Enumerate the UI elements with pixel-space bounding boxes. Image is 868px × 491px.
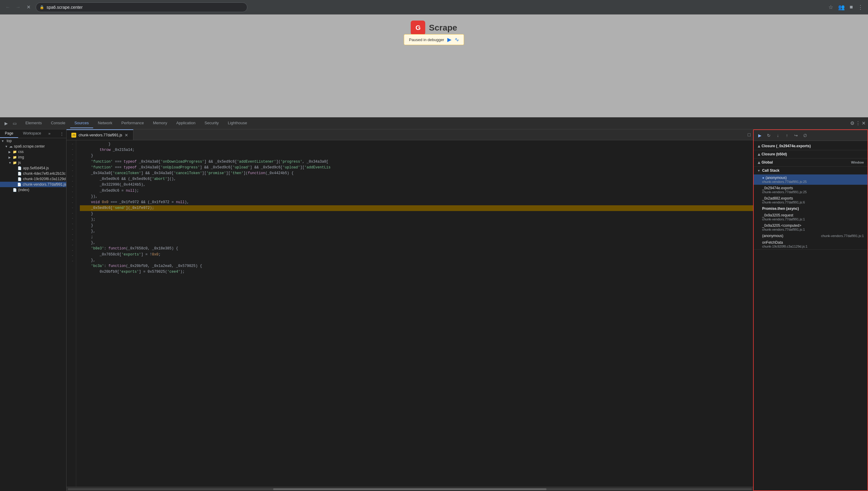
code-line: 'function' === typeof _0x34a3a0['onDownl… bbox=[80, 159, 753, 165]
code-editor[interactable]: ----- ----- ----- ----- --- } throw _0x2… bbox=[66, 140, 753, 487]
forward-button[interactable]: → bbox=[14, 3, 22, 11]
code-line: }), bbox=[80, 194, 753, 200]
logo-letter: G bbox=[416, 24, 421, 32]
menu-icon[interactable]: ⋮ bbox=[857, 3, 864, 12]
global-header[interactable]: ▶ Global Window bbox=[754, 158, 867, 166]
code-tab-close[interactable]: ✕ bbox=[124, 133, 128, 138]
browser-toolbar-right: ☆ 👥 ■ ⋮ bbox=[827, 3, 864, 12]
frame-row: _0x29474e.exports bbox=[762, 186, 864, 190]
settings-icon[interactable]: ⚙ bbox=[850, 120, 855, 126]
devtools-panel: ▶ ▭ Elements Console Sources Network Per… bbox=[0, 117, 868, 491]
step-btn[interactable]: ↪ bbox=[792, 132, 800, 139]
tree-label-chunk1: chunk-4dec7ef0.e4c2b13c bbox=[23, 171, 66, 176]
closure-b50d-label: Closure (b50d) bbox=[761, 152, 787, 156]
devtools-icons: ▶ ▭ bbox=[2, 120, 18, 127]
tree-item-top[interactable]: ▼ top bbox=[0, 138, 66, 144]
global-badge: Window bbox=[851, 161, 864, 164]
frame-row: _0x2ad882.exports bbox=[762, 196, 864, 200]
frame-name: onFetchData bbox=[762, 240, 783, 244]
code-line: } bbox=[80, 142, 753, 147]
line-numbers: ----- ----- ----- ----- --- bbox=[66, 140, 76, 487]
call-stack-frame-anonymous-1[interactable]: ●(anonymous) chunk-vendors.77daf991.js:2… bbox=[754, 174, 867, 185]
js-file-icon: JS bbox=[72, 133, 76, 138]
file-tree-menu-icon[interactable]: ⋮ bbox=[57, 132, 66, 136]
code-line: _0x322990(_0x4424b5), bbox=[80, 182, 753, 188]
tab-security[interactable]: Security bbox=[200, 118, 223, 128]
page-tab[interactable]: Page bbox=[0, 129, 18, 138]
resume-button[interactable]: ▶ bbox=[447, 36, 451, 43]
tree-item-js[interactable]: ▼ 📁 js bbox=[0, 160, 66, 165]
workspace-tab[interactable]: Workspace bbox=[18, 129, 46, 138]
code-line: ; bbox=[80, 234, 753, 240]
extension-icon[interactable]: ■ bbox=[848, 3, 854, 11]
call-stack-frame-async[interactable]: Promise.then (async) bbox=[754, 205, 867, 212]
tree-item-chunk1[interactable]: ▶ 📄 chunk-4dec7ef0.e4c2b13c bbox=[0, 171, 66, 176]
right-toolbar: ▶ ↻ ↓ ↑ ↪ ∅ bbox=[754, 130, 867, 141]
global-section: ▶ Global Window bbox=[754, 158, 867, 167]
tree-item-app[interactable]: ▶ 📄 app.5ef0d454.js bbox=[0, 165, 66, 171]
site-name: Scrape bbox=[429, 23, 457, 33]
code-line: ); bbox=[80, 217, 753, 223]
scrollbar-area[interactable] bbox=[66, 487, 753, 491]
closure-exports-header[interactable]: ▶ Closure (_0x29474e.exports) bbox=[754, 142, 867, 150]
tree-item-chunk-vendors[interactable]: ▶ 📄 chunk-vendors.77daf991.js bbox=[0, 182, 66, 187]
tab-performance[interactable]: Performance bbox=[117, 118, 148, 128]
code-tab-vendors[interactable]: JS chunk-vendors.77daf991.js ✕ bbox=[66, 129, 133, 140]
code-line: _0x5ed9c6 = null); bbox=[80, 188, 753, 194]
step-out-btn[interactable]: ↑ bbox=[783, 132, 790, 139]
tree-item-chunk2[interactable]: ▶ 📄 chunk-19c920f8.c3a1129d bbox=[0, 176, 66, 182]
code-tab-filename: chunk-vendors.77daf991.js bbox=[79, 133, 122, 137]
frame-loc: chunk-vendors.77daf991.js:1 bbox=[762, 228, 864, 231]
tab-application[interactable]: Application bbox=[172, 118, 200, 128]
frame-loc: chunk-vendors.77daf991.js:25 bbox=[762, 180, 864, 183]
call-stack-frame-computed[interactable]: _0x9a3205.<computed> chunk-vendors.77daf… bbox=[754, 222, 867, 232]
tree-item-css[interactable]: ▶ 📁 css bbox=[0, 149, 66, 154]
tab-lighthouse[interactable]: Lighthouse bbox=[224, 118, 251, 128]
star-icon[interactable]: ☆ bbox=[827, 3, 834, 12]
closure-b50d-header[interactable]: ▶ Closure (b50d) bbox=[754, 150, 867, 158]
tree-item-img[interactable]: ▶ 📁 img bbox=[0, 154, 66, 160]
tab-sources[interactable]: Sources bbox=[70, 118, 93, 128]
expand-icon[interactable]: □ bbox=[745, 132, 753, 138]
close-icon[interactable]: ✕ bbox=[862, 120, 866, 126]
tree-item-domain[interactable]: ▼ ☁ spa6.scrape.center bbox=[0, 144, 66, 149]
resume-debugger-btn[interactable]: ▶ bbox=[756, 132, 763, 139]
back-button[interactable]: ← bbox=[4, 3, 12, 11]
call-stack-frame-request[interactable]: _0x9a3205.request chunk-vendors.77daf991… bbox=[754, 212, 867, 222]
step-into-btn[interactable]: ↓ bbox=[774, 132, 782, 139]
reload-button[interactable]: ✕ bbox=[24, 3, 33, 11]
tab-console[interactable]: Console bbox=[47, 118, 69, 128]
call-stack-header[interactable]: ▼ Call Stack bbox=[754, 167, 867, 174]
tree-label-index: (index) bbox=[18, 188, 29, 192]
device-icon[interactable]: ▭ bbox=[11, 120, 18, 127]
frame-loc-inline: chunk-vendors.77daf991.js:1 bbox=[821, 234, 864, 238]
more-tabs-button[interactable]: » bbox=[46, 129, 53, 138]
tab-elements[interactable]: Elements bbox=[21, 118, 46, 128]
frame-loc: chunk-vendors.77daf991.js:25 bbox=[762, 190, 864, 194]
security-icon: 🔒 bbox=[39, 5, 44, 9]
call-stack-frame-exports-2[interactable]: _0x2ad882.exports chunk-vendors.77daf991… bbox=[754, 195, 867, 205]
call-stack-frame-exports-1[interactable]: _0x29474e.exports chunk-vendors.77daf991… bbox=[754, 185, 867, 195]
call-stack-frame-anonymous-2[interactable]: (anonymous) chunk-vendors.77daf991.js:1 bbox=[754, 232, 867, 239]
deactivate-breakpoints-btn[interactable]: ∅ bbox=[802, 132, 809, 139]
tree-label-img: img bbox=[18, 155, 24, 159]
step-over-btn[interactable]: ↻ bbox=[765, 132, 773, 139]
profile-icon[interactable]: 👥 bbox=[837, 3, 846, 12]
scrollbar-track[interactable] bbox=[68, 488, 752, 490]
address-bar[interactable]: 🔒 spa6.scrape.center bbox=[36, 2, 247, 12]
call-stack-frame-onfetchdata[interactable]: onFetchData chunk-19c920f8.c3a1129d.js:1 bbox=[754, 239, 867, 250]
inspect-icon[interactable]: ▶ bbox=[2, 120, 10, 127]
file-tree-panel: Page Workspace » ⋮ ▼ top ▼ ☁ spa6.s bbox=[0, 129, 66, 491]
frame-name: _0x29474e.exports bbox=[762, 186, 793, 190]
more-icon[interactable]: ⋮ bbox=[856, 120, 861, 126]
tab-memory[interactable]: Memory bbox=[149, 118, 171, 128]
step-button[interactable]: ∿ bbox=[454, 36, 459, 43]
scrollbar-thumb[interactable] bbox=[273, 488, 547, 490]
right-panel: ▶ ↻ ↓ ↑ ↪ ∅ ▶ Closure (_0x29474e.exports… bbox=[753, 129, 868, 491]
code-line: _0x5ed9c6 && (_0x5ed9c6['abort'](), bbox=[80, 176, 753, 182]
url-text: spa6.scrape.center bbox=[47, 5, 244, 10]
tree-label-app: app.5ef0d454.js bbox=[23, 166, 49, 170]
tree-item-index[interactable]: ▶ 📄 (index) bbox=[0, 187, 66, 193]
tab-network[interactable]: Network bbox=[94, 118, 117, 128]
tree-label-js: js bbox=[18, 161, 21, 165]
